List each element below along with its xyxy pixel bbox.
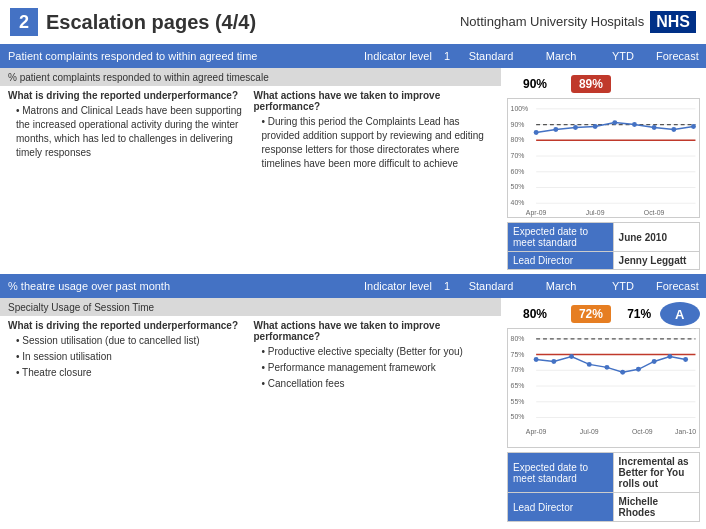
svg-point-20 (612, 120, 617, 125)
section2-q2-item3: Cancellation fees (262, 377, 494, 391)
section2-march-badge: 72% (571, 305, 611, 323)
section2-indicator-label: % theatre usage over past month (8, 280, 170, 292)
section1-col-forecast: Forecast (656, 50, 698, 62)
svg-point-45 (587, 362, 592, 367)
section2-q1-item2: In session utilisation (16, 350, 248, 364)
section1-stats-row: 90% 89% (507, 70, 700, 98)
section2-q1-list: Session utilisation (due to cancelled li… (8, 334, 248, 380)
svg-point-49 (652, 359, 657, 364)
section2-col-ytd: YTD (602, 280, 644, 292)
svg-point-47 (620, 370, 625, 375)
section1-indicator-level-label: Indicator level (364, 50, 432, 62)
section1-q1-item1: Matrons and Clinical Leads have been sup… (16, 104, 248, 160)
section1-q2-title: What actions have we taken to improve pe… (254, 90, 494, 112)
section1-right: 90% 89% 100% 90% 80% 70% 60% 50% 40% (501, 68, 706, 272)
section2-indicator-level-label: Indicator level (364, 280, 432, 292)
section1-body: % patient complaints responded to within… (0, 68, 706, 272)
page-header: 2 Escalation pages (4/4) Nottingham Univ… (0, 0, 706, 44)
section2-q2-body: Productive elective specialty (Better fo… (254, 345, 494, 391)
section2-director-row: Lead Director Michelle Rhodes (508, 493, 700, 522)
svg-text:50%: 50% (511, 413, 525, 420)
section2-indicator-bar: % theatre usage over past month Indicato… (0, 274, 706, 298)
section1-standard-val: 90% (507, 77, 563, 91)
section1-march-badge: 89% (571, 75, 611, 93)
svg-point-24 (691, 124, 696, 129)
section2-chart: 80% 75% 70% 65% 55% 50% (507, 328, 700, 448)
nhs-badge: NHS (650, 11, 696, 33)
section1-content-cols: What is driving the reported underperfor… (0, 86, 501, 177)
section2-ytd-val: 71% (619, 307, 660, 321)
section2-q1-title: What is driving the reported underperfor… (8, 320, 248, 331)
section2-forecast-badge: A (660, 302, 700, 326)
svg-text:50%: 50% (511, 183, 525, 190)
svg-text:75%: 75% (511, 351, 525, 358)
section1-q1-list: Matrons and Clinical Leads have been sup… (8, 104, 248, 160)
svg-point-43 (551, 359, 556, 364)
svg-text:Apr-09: Apr-09 (526, 209, 547, 217)
section2-col-standard: Standard (462, 280, 520, 292)
svg-text:Oct-09: Oct-09 (632, 428, 653, 435)
svg-point-42 (534, 357, 539, 362)
svg-text:65%: 65% (511, 382, 525, 389)
svg-text:Jan-10: Jan-10 (675, 428, 696, 435)
section2-q1-item1: Session utilisation (due to cancelled li… (16, 334, 248, 348)
org-name: Nottingham University Hospitals (460, 14, 644, 31)
section1-col-standard: Standard (462, 50, 520, 62)
section1-expected-row: Expected date to meet standard June 2010 (508, 223, 700, 252)
section2-body: Specialty Usage of Session Time What is … (0, 298, 706, 524)
section1-march-val: 89% (563, 75, 619, 93)
section2-q2-item1: Productive elective specialty (Better fo… (262, 345, 494, 359)
svg-point-22 (652, 125, 657, 130)
section1-q2-col: What actions have we taken to improve pe… (254, 90, 494, 173)
section2-q2-title: What actions have we taken to improve pe… (254, 320, 494, 342)
section2: % theatre usage over past month Indicato… (0, 274, 706, 524)
svg-point-16 (534, 130, 539, 135)
svg-text:80%: 80% (511, 136, 525, 143)
section2-expected-row: Expected date to meet standard Increment… (508, 453, 700, 493)
section2-info-table: Expected date to meet standard Increment… (507, 452, 700, 522)
page-number-box: 2 (10, 8, 38, 36)
section2-stats-row: 80% 72% 71% A (507, 300, 700, 328)
section2-q1-body: Session utilisation (due to cancelled li… (8, 334, 248, 380)
section2-col-march: March (532, 280, 590, 292)
section2-right: 80% 72% 71% A 80% 75% 70% 65% 55% 5 (501, 298, 706, 524)
section2-sub-label: Specialty Usage of Session Time (0, 298, 501, 316)
svg-text:Jul-09: Jul-09 (586, 209, 605, 216)
svg-point-23 (671, 127, 676, 132)
section2-left: Specialty Usage of Session Time What is … (0, 298, 501, 524)
section2-director-label: Lead Director (508, 493, 614, 522)
section1-indicator-label: Patient complaints responded to within a… (8, 50, 257, 62)
svg-text:90%: 90% (511, 121, 525, 128)
svg-point-18 (573, 125, 578, 130)
svg-point-44 (569, 354, 574, 359)
section1-indicator-bar: Patient complaints responded to within a… (0, 44, 706, 68)
section2-expected-value: Incremental as Better for You rolls out (613, 453, 699, 493)
svg-point-21 (632, 122, 637, 127)
svg-text:Oct-09: Oct-09 (644, 209, 665, 216)
section2-expected-label: Expected date to meet standard (508, 453, 614, 493)
section1-q2-list: During this period the Complaints Lead h… (254, 115, 494, 171)
svg-text:100%: 100% (511, 105, 529, 112)
section2-q2-col: What actions have we taken to improve pe… (254, 320, 494, 393)
svg-text:Apr-09: Apr-09 (526, 428, 547, 436)
section1-left: % patient complaints responded to within… (0, 68, 501, 272)
section2-standard-val: 80% (507, 307, 563, 321)
svg-text:60%: 60% (511, 168, 525, 175)
svg-point-17 (553, 127, 558, 132)
section1-q1-body: Matrons and Clinical Leads have been sup… (8, 104, 248, 160)
svg-text:40%: 40% (511, 199, 525, 206)
section2-march-val: 72% (563, 305, 619, 323)
section2-chart-svg: 80% 75% 70% 65% 55% 50% (508, 329, 699, 447)
section2-q1-col: What is driving the reported underperfor… (8, 320, 248, 393)
section2-director-value: Michelle Rhodes (613, 493, 699, 522)
section1-info-table: Expected date to meet standard June 2010… (507, 222, 700, 270)
section1-expected-value: June 2010 (613, 223, 699, 252)
page-title-text: Escalation pages (4/4) (46, 11, 256, 34)
section2-indicator-level-value: 1 (444, 280, 450, 292)
section2-q1-item3: Theatre closure (16, 366, 248, 380)
section1-director-row: Lead Director Jenny Leggatt (508, 252, 700, 270)
section1-q2-item1: During this period the Complaints Lead h… (262, 115, 494, 171)
section1-expected-label: Expected date to meet standard (508, 223, 614, 252)
page-title-area: 2 Escalation pages (4/4) (10, 8, 256, 36)
section1: Patient complaints responded to within a… (0, 44, 706, 272)
